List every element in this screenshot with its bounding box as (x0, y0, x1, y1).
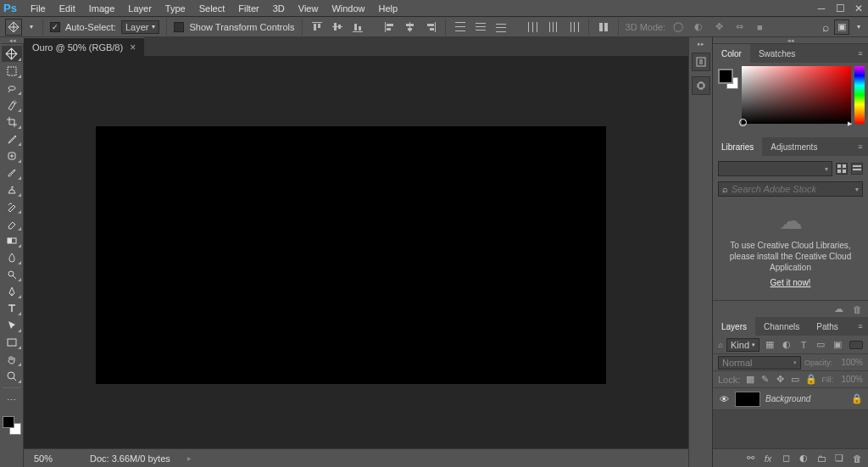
filter-shape-icon[interactable]: ▭ (814, 338, 827, 352)
dodge-tool[interactable] (2, 266, 22, 282)
tab-channels[interactable]: Channels (755, 317, 808, 336)
auto-align-icon[interactable] (596, 19, 611, 36)
lock-transparency-icon[interactable]: ▩ (745, 374, 755, 385)
canvas-viewport[interactable] (24, 56, 688, 448)
distribute-right-icon[interactable] (566, 19, 581, 36)
chevron-down-icon[interactable]: ▾ (855, 186, 859, 193)
layer-lock-icon[interactable]: 🔒 (851, 393, 863, 404)
align-top-edges-icon[interactable] (309, 19, 325, 36)
hue-slider[interactable] (854, 66, 865, 124)
new-group-icon[interactable]: 🗀 (815, 453, 827, 464)
tab-layers[interactable]: Layers (713, 317, 755, 336)
library-search[interactable]: ⌕ ▾ (718, 181, 863, 197)
tab-paths[interactable]: Paths (808, 317, 847, 336)
window-minimize-icon[interactable]: ─ (812, 0, 831, 17)
new-layer-icon[interactable]: ❏ (833, 453, 845, 464)
menu-file[interactable]: File (24, 3, 53, 14)
auto-select-target-dropdown[interactable]: Layer ▾ (121, 20, 160, 34)
tab-color[interactable]: Color (713, 44, 750, 63)
eyedropper-tool[interactable] (2, 131, 22, 147)
panels-collapse-icon[interactable]: ◂◂ (713, 37, 868, 44)
menu-select[interactable]: Select (192, 3, 232, 14)
spot-healing-brush-tool[interactable] (2, 147, 22, 164)
menu-view[interactable]: View (292, 3, 326, 14)
gradient-tool[interactable] (2, 232, 22, 248)
color-panel-menu-icon[interactable]: ≡ (853, 49, 868, 58)
filter-toggle[interactable] (849, 341, 863, 349)
hand-tool[interactable] (2, 351, 22, 367)
workspace-switcher-icon[interactable]: ▣ (834, 19, 849, 35)
brush-tool[interactable] (2, 164, 22, 181)
edit-toolbar-icon[interactable]: ⋯ (2, 392, 22, 409)
layer-visibility-icon[interactable]: 👁 (718, 394, 730, 404)
doc-info[interactable]: Doc: 3.66M/0 bytes (90, 453, 170, 464)
menu-edit[interactable]: Edit (53, 3, 82, 14)
close-tab-icon[interactable]: × (130, 42, 136, 53)
type-tool[interactable] (2, 300, 22, 316)
roll-3d-icon[interactable]: ◐ (691, 19, 706, 36)
tab-swatches[interactable]: Swatches (750, 44, 804, 63)
path-selection-tool[interactable] (2, 317, 22, 333)
layer-filter-kind-dropdown[interactable]: Kind ▾ (726, 338, 760, 352)
layer-name[interactable]: Background (765, 394, 810, 403)
layer-thumbnail[interactable] (735, 392, 760, 407)
library-selector-dropdown[interactable]: ▾ (718, 161, 832, 176)
menu-help[interactable]: Help (372, 3, 405, 14)
quick-selection-tool[interactable] (2, 97, 22, 113)
filter-smart-icon[interactable]: ▣ (831, 338, 844, 352)
filter-pixel-icon[interactable]: ▦ (763, 338, 776, 352)
color-fg-bg[interactable] (716, 66, 738, 134)
lock-pixels-icon[interactable]: ✎ (760, 374, 771, 385)
dock-collapse-icon[interactable]: ▸▸ (689, 41, 712, 47)
libraries-get-it-now-link[interactable]: Get it now! (771, 278, 811, 287)
pan-3d-icon[interactable]: ✥ (711, 19, 726, 36)
menu-window[interactable]: Window (325, 3, 371, 14)
window-close-icon[interactable]: ✕ (849, 0, 868, 17)
rectangular-marquee-tool[interactable] (2, 63, 22, 79)
align-bottom-edges-icon[interactable] (350, 19, 365, 36)
distribute-bottom-icon[interactable] (493, 19, 509, 36)
menu-filter[interactable]: Filter (231, 3, 265, 14)
filter-type-icon[interactable]: T (797, 338, 810, 352)
color-field[interactable] (742, 66, 851, 124)
tab-libraries[interactable]: Libraries (713, 137, 762, 156)
library-search-input[interactable] (732, 184, 852, 194)
distribute-top-icon[interactable] (453, 19, 468, 36)
pen-tool[interactable] (2, 283, 22, 299)
slide-3d-icon[interactable]: ⇔ (732, 19, 747, 36)
layer-row[interactable]: 👁 Background 🔒 (713, 388, 868, 410)
distribute-vcenter-icon[interactable] (473, 19, 488, 36)
canvas[interactable] (96, 126, 606, 384)
foreground-background-colors[interactable] (3, 416, 21, 435)
tool-preset-dropdown-icon[interactable]: ▾ (27, 23, 36, 31)
filter-search-icon[interactable]: ⌕ (718, 340, 723, 349)
distribute-hcenter-icon[interactable] (546, 19, 561, 36)
blend-mode-dropdown[interactable]: Normal ▾ (718, 356, 801, 370)
zoom-3d-icon[interactable]: ■ (752, 19, 767, 36)
show-transform-checkbox[interactable] (174, 22, 184, 32)
library-grid-view-icon[interactable] (836, 163, 848, 175)
rectangle-tool[interactable] (2, 334, 22, 350)
status-flyout-icon[interactable] (187, 449, 192, 468)
new-adjustment-icon[interactable]: ◐ (798, 453, 810, 464)
zoom-tool[interactable] (2, 368, 22, 384)
history-panel-icon[interactable] (692, 53, 710, 71)
lock-artboard-icon[interactable]: ▭ (790, 374, 800, 385)
window-maximize-icon[interactable]: ☐ (831, 0, 849, 17)
align-horizontal-centers-icon[interactable] (403, 19, 418, 36)
zoom-level[interactable]: 50% (34, 453, 73, 464)
document-tab[interactable]: Ouro @ 50% (RGB/8) × (24, 37, 144, 56)
menu-type[interactable]: Type (159, 3, 192, 14)
menu-3d[interactable]: 3D (266, 3, 292, 14)
lock-all-icon[interactable]: 🔒 (805, 374, 816, 385)
toolbar-collapse-icon[interactable]: ◂◂ (1, 37, 24, 44)
tab-adjustments[interactable]: Adjustments (762, 137, 826, 156)
fill-value[interactable]: 100% (838, 375, 863, 384)
workspace-dropdown-icon[interactable]: ▾ (854, 23, 863, 31)
link-layers-icon[interactable]: ⚯ (744, 453, 756, 464)
align-vertical-centers-icon[interactable] (330, 19, 345, 36)
align-right-edges-icon[interactable] (423, 19, 438, 36)
add-mask-icon[interactable]: ◻ (780, 453, 792, 464)
delete-layer-icon[interactable]: 🗑 (851, 453, 863, 464)
lasso-tool[interactable] (2, 80, 22, 96)
